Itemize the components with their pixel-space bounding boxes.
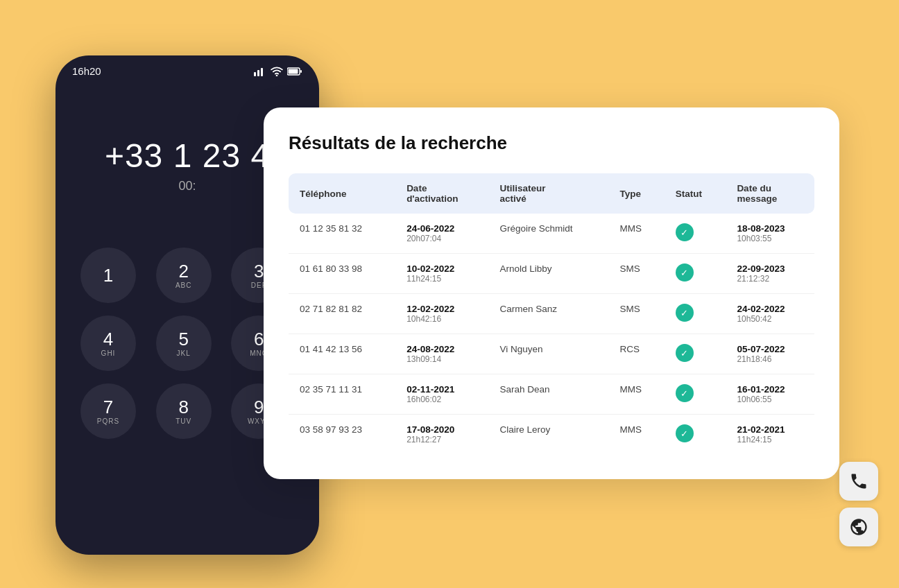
- phone-time: 16h20: [72, 65, 101, 77]
- cell-user: Arnold Libby: [489, 254, 609, 294]
- cell-phone: 02 35 71 11 31: [289, 374, 395, 415]
- cell-date-activation: 10-02-2022 11h24:15: [395, 254, 488, 294]
- key-2[interactable]: 2 ABC: [156, 248, 212, 303]
- cell-type: SMS: [609, 254, 665, 294]
- cell-date-message: 16-01-2022 10h06:55: [726, 374, 814, 415]
- table-header-row: Téléphone Dated'activation Utilisateurac…: [289, 173, 814, 214]
- key-1[interactable]: 1: [80, 248, 136, 303]
- key-8[interactable]: 8 TUV: [156, 383, 212, 439]
- status-check-icon: ✓: [676, 304, 694, 322]
- svg-rect-0: [254, 72, 256, 76]
- col-date-activation: Dated'activation: [395, 173, 488, 214]
- floating-icons: [839, 462, 878, 546]
- table-row: 01 12 35 81 32 24-06-2022 20h07:04 Grégo…: [289, 214, 814, 254]
- results-title: Résultats de la recherche: [289, 132, 814, 154]
- table-row: 03 58 97 93 23 17-08-2020 21h12:27 Clair…: [289, 415, 814, 455]
- status-check-icon: ✓: [676, 424, 694, 442]
- signal-icon: [254, 67, 266, 76]
- cell-statut: ✓: [665, 334, 726, 374]
- svg-point-3: [276, 74, 278, 76]
- wifi-icon: [271, 67, 283, 76]
- cell-phone: 01 61 80 33 98: [289, 254, 395, 294]
- status-check-icon: ✓: [676, 384, 694, 402]
- svg-rect-2: [261, 68, 263, 76]
- cell-type: MMS: [609, 415, 665, 455]
- col-statut: Statut: [665, 173, 726, 214]
- cell-date-activation: 02-11-2021 16h06:02: [395, 374, 488, 415]
- cell-user: Claire Leroy: [489, 415, 609, 455]
- results-panel: Résultats de la recherche Téléphone Date…: [264, 107, 839, 479]
- status-check-icon: ✓: [676, 223, 694, 241]
- col-date-message: Date dumessage: [726, 173, 814, 214]
- cell-user: Grégoire Schmidt: [489, 214, 609, 254]
- cell-statut: ✓: [665, 214, 726, 254]
- table-row: 02 71 82 81 82 12-02-2022 10h42:16 Carme…: [289, 294, 814, 334]
- svg-rect-1: [257, 70, 259, 76]
- col-type: Type: [609, 173, 665, 214]
- globe-float-button[interactable]: [839, 508, 878, 546]
- col-telephone: Téléphone: [289, 173, 395, 214]
- key-4[interactable]: 4 GHI: [80, 315, 136, 371]
- status-check-icon: ✓: [676, 344, 694, 362]
- table-row: 02 35 71 11 31 02-11-2021 16h06:02 Sarah…: [289, 374, 814, 415]
- cell-user: Sarah Dean: [489, 374, 609, 415]
- status-icons: [254, 67, 302, 76]
- cell-date-message: 05-07-2022 21h18:46: [726, 334, 814, 374]
- cell-date-activation: 24-08-2022 13h09:14: [395, 334, 488, 374]
- results-table: Téléphone Dated'activation Utilisateurac…: [289, 173, 814, 454]
- cell-statut: ✓: [665, 294, 726, 334]
- key-7[interactable]: 7 PQRS: [80, 383, 136, 439]
- table-row: 01 61 80 33 98 10-02-2022 11h24:15 Arnol…: [289, 254, 814, 294]
- cell-date-message: 18-08-2023 10h03:55: [726, 214, 814, 254]
- status-check-icon: ✓: [676, 263, 694, 282]
- phone-float-button[interactable]: [839, 462, 878, 501]
- cell-date-activation: 17-08-2020 21h12:27: [395, 415, 488, 455]
- svg-rect-6: [300, 70, 302, 73]
- cell-date-message: 22-09-2023 21:12:32: [726, 254, 814, 294]
- battery-icon: [287, 67, 302, 76]
- cell-date-activation: 24-06-2022 20h07:04: [395, 214, 488, 254]
- cell-user: Carmen Sanz: [489, 294, 609, 334]
- cell-type: MMS: [609, 214, 665, 254]
- status-bar: 16h20: [55, 55, 319, 81]
- table-row: 01 41 42 13 56 24-08-2022 13h09:14 Vi Ng…: [289, 334, 814, 374]
- cell-user: Vi Nguyen: [489, 334, 609, 374]
- phone-icon: [849, 472, 868, 491]
- cell-phone: 02 71 82 81 82: [289, 294, 395, 334]
- cell-date-message: 21-02-2021 11h24:15: [726, 415, 814, 455]
- cell-phone: 01 41 42 13 56: [289, 334, 395, 374]
- cell-type: MMS: [609, 374, 665, 415]
- cell-phone: 01 12 35 81 32: [289, 214, 395, 254]
- cell-type: RCS: [609, 334, 665, 374]
- globe-icon: [849, 517, 868, 537]
- col-utilisateur: Utilisateuractivé: [489, 173, 609, 214]
- svg-rect-5: [289, 69, 298, 74]
- cell-statut: ✓: [665, 374, 726, 415]
- cell-statut: ✓: [665, 254, 726, 294]
- cell-phone: 03 58 97 93 23: [289, 415, 395, 455]
- cell-date-activation: 12-02-2022 10h42:16: [395, 294, 488, 334]
- cell-statut: ✓: [665, 415, 726, 455]
- cell-date-message: 24-02-2022 10h50:42: [726, 294, 814, 334]
- key-5[interactable]: 5 JKL: [156, 315, 212, 371]
- cell-type: SMS: [609, 294, 665, 334]
